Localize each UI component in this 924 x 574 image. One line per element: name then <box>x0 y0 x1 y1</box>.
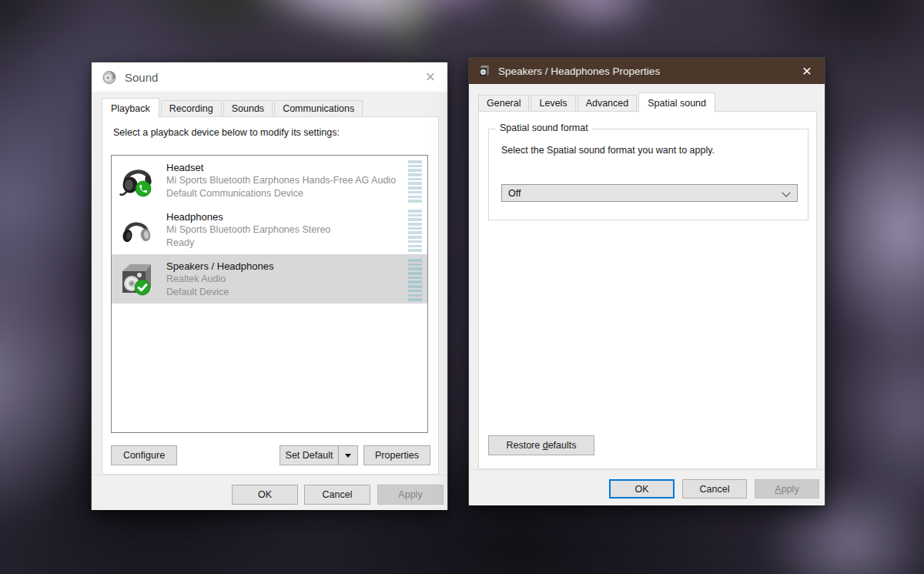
properties-button[interactable]: Properties <box>363 445 430 465</box>
spatial-sound-tab-page: Spatial sound format Select the Spatial … <box>478 111 817 469</box>
device-status: Ready <box>166 237 330 250</box>
device-description: Realtek Audio <box>166 273 273 286</box>
sound-titlebar[interactable]: Sound × <box>92 62 447 92</box>
device-description: Mi Sports Bluetooth Earphones Stereo <box>166 223 330 237</box>
set-default-button[interactable]: Set Default <box>280 446 338 465</box>
tab-levels[interactable]: Levels <box>531 95 575 112</box>
properties-titlebar[interactable]: Speakers / Headphones Properties × <box>469 58 825 84</box>
phone-badge <box>136 181 151 196</box>
apply-button: Apply <box>755 479 819 498</box>
set-default-split-button: Set Default <box>280 445 358 465</box>
device-name: Speakers / Headphones <box>166 260 273 273</box>
device-row-headset[interactable]: Headset Mi Sports Bluetooth Earphones Ha… <box>112 156 427 205</box>
speaker-small-icon <box>478 65 490 77</box>
sound-dialog-icon <box>102 70 117 85</box>
cancel-button[interactable]: Cancel <box>304 485 370 505</box>
tab-communications[interactable]: Communications <box>274 100 363 117</box>
device-status: Default Communications Device <box>166 187 396 200</box>
device-status: Default Device <box>166 286 273 299</box>
apply-mnemonic: A <box>775 484 781 495</box>
sound-tabstrip: Playback Recording Sounds Communications <box>102 97 364 117</box>
tab-advanced[interactable]: Advanced <box>578 95 638 112</box>
properties-tabstrip: General Levels Advanced Spatial sound <box>478 92 717 112</box>
restore-defaults-button[interactable]: Restore defaults <box>488 435 594 455</box>
headphones-icon <box>119 212 154 247</box>
close-icon[interactable]: × <box>413 62 447 92</box>
spatial-format-dropdown[interactable]: Off <box>501 184 798 202</box>
close-icon[interactable]: × <box>789 58 825 84</box>
sound-dialog-title: Sound <box>125 71 158 84</box>
playback-tab-page: Select a playback device below to modify… <box>102 116 439 475</box>
chevron-down-icon <box>782 188 790 196</box>
tab-playback[interactable]: Playback <box>102 98 159 118</box>
sound-dialog: Sound × Playback Recording Sounds Commun… <box>91 62 448 510</box>
dropdown-arrow-icon <box>345 454 351 458</box>
headset-icon <box>119 163 154 198</box>
tab-spatial-sound[interactable]: Spatial sound <box>638 92 715 112</box>
apply-button: Apply <box>377 485 444 505</box>
volume-meter <box>408 259 422 303</box>
restore-label: Restore <box>506 440 542 451</box>
tab-general[interactable]: General <box>478 95 529 112</box>
tab-recording[interactable]: Recording <box>161 100 222 117</box>
device-row-speakers[interactable]: Speakers / Headphones Realtek Audio Defa… <box>112 254 427 304</box>
check-badge <box>135 280 150 295</box>
spatial-sound-format-group: Spatial sound format Select the Spatial … <box>488 129 808 220</box>
speakers-properties-dialog: Speakers / Headphones Properties × Gener… <box>468 57 825 505</box>
spatial-format-value: Off <box>508 188 521 199</box>
ok-button[interactable]: OK <box>232 485 298 505</box>
volume-meter <box>408 210 422 253</box>
speaker-icon <box>119 261 154 297</box>
device-name: Headphones <box>166 210 330 223</box>
restore-mnemonic: d <box>543 440 548 451</box>
group-title: Spatial sound format <box>496 123 592 133</box>
cancel-button[interactable]: Cancel <box>682 479 747 498</box>
configure-button[interactable]: Configure <box>111 445 177 465</box>
spatial-format-description: Select the Spatial sound format you want… <box>501 145 715 156</box>
device-description: Mi Sports Bluetooth Earphones Hands-Free… <box>166 174 396 187</box>
apply-label: pply <box>782 484 799 495</box>
sound-footer: OK Cancel Apply <box>92 475 447 510</box>
properties-dialog-title: Speakers / Headphones Properties <box>498 65 660 77</box>
playback-device-list: Headset Mi Sports Bluetooth Earphones Ha… <box>111 155 428 433</box>
volume-meter <box>408 160 422 204</box>
playback-instruction: Select a playback device below to modify… <box>113 127 340 138</box>
tab-sounds[interactable]: Sounds <box>223 100 273 117</box>
device-name: Headset <box>166 161 396 174</box>
properties-footer: OK Cancel Apply <box>469 469 825 505</box>
set-default-dropdown[interactable] <box>338 446 357 465</box>
ok-button[interactable]: OK <box>609 479 675 498</box>
device-row-headphones[interactable]: Headphones Mi Sports Bluetooth Earphones… <box>112 205 427 254</box>
restore-label-end: efaults <box>548 440 577 451</box>
